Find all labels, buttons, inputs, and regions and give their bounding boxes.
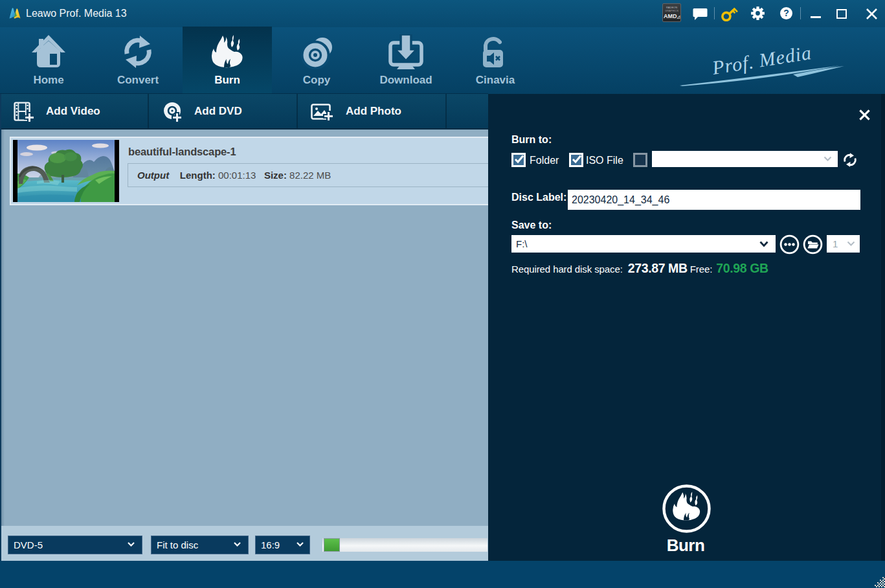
svg-text:?: ? [783, 8, 789, 18]
